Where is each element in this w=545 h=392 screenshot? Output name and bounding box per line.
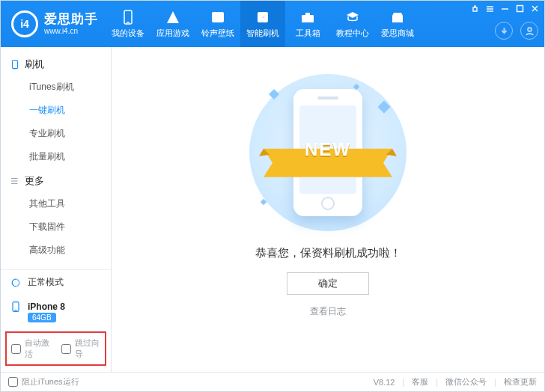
logo: i4 爱思助手 www.i4.cn [1, 1, 106, 47]
separator: | [436, 378, 438, 387]
wechat-link[interactable]: 微信公众号 [445, 376, 487, 388]
tab-label: 教程中心 [336, 28, 369, 39]
auto-activate-label: 自动激活 [25, 337, 51, 360]
sidebar-item-itunes-flash[interactable]: iTunes刷机 [1, 76, 111, 99]
device-storage-badge: 64GB [28, 313, 56, 322]
svg-point-15 [528, 28, 532, 31]
device-icon [10, 301, 22, 313]
maximize-icon[interactable] [514, 4, 525, 13]
tab-label: 我的设备 [112, 28, 144, 39]
tab-ringtones-wallpapers[interactable]: 铃声壁纸 [195, 1, 240, 47]
sidebar-group-flash: 刷机 [1, 52, 111, 76]
skip-guide-label: 跳过向导 [75, 337, 101, 360]
separator: | [494, 378, 496, 387]
close-icon[interactable] [529, 4, 540, 13]
header-actions [495, 22, 538, 40]
toolbox-icon [300, 10, 315, 25]
sidebar-scroll: 刷机 iTunes刷机 一键刷机 专业刷机 批量刷机 更多 其他工具 下载固件 … [1, 47, 111, 269]
view-log-link[interactable]: 查看日志 [310, 305, 346, 318]
tab-label: 应用游戏 [156, 28, 189, 39]
device-name: iPhone 8 [28, 301, 65, 312]
tab-my-device[interactable]: 我的设备 [106, 1, 150, 47]
sidebar-item-batch-flash[interactable]: 批量刷机 [1, 145, 111, 168]
sidebar-item-oneclick-flash[interactable]: 一键刷机 [1, 99, 111, 122]
support-link[interactable]: 客服 [412, 376, 428, 388]
store-icon [390, 10, 405, 25]
footer-right: V8.12 | 客服 | 微信公众号 | 检查更新 [374, 376, 537, 388]
skin-icon[interactable] [469, 4, 480, 13]
success-message: 恭喜您，保资料刷机成功啦！ [255, 246, 401, 260]
tab-toolbox[interactable]: 工具箱 [285, 1, 330, 47]
svg-rect-11 [517, 5, 523, 11]
svg-rect-4 [302, 15, 314, 22]
skip-guide-checkbox[interactable]: 跳过向导 [61, 337, 101, 360]
tab-smart-flash[interactable]: 智能刷机 [240, 1, 285, 47]
svg-rect-6 [392, 16, 403, 22]
main-content: NEW 恭喜您，保资料刷机成功啦！ 确定 查看日志 [112, 47, 544, 372]
menu-icon[interactable] [484, 4, 495, 13]
media-icon [210, 10, 225, 25]
tab-store[interactable]: 爱思商城 [375, 1, 420, 47]
tutorial-icon [345, 10, 360, 25]
hero-illustration: NEW [249, 74, 407, 231]
window-controls [469, 4, 540, 13]
phone-outline-icon [10, 59, 20, 70]
sidebar-item-pro-flash[interactable]: 专业刷机 [1, 122, 111, 145]
device-icon [121, 10, 136, 25]
block-itunes-checkbox[interactable]: 阻止iTunes运行 [8, 376, 79, 388]
app-site: www.i4.cn [44, 27, 98, 36]
ok-button[interactable]: 确定 [287, 272, 369, 295]
app-name: 爱思助手 [44, 12, 98, 27]
options-highlight: 自动激活 跳过向导 [5, 331, 106, 366]
list-icon [10, 176, 20, 186]
status-bar: 阻止iTunes运行 V8.12 | 客服 | 微信公众号 | 检查更新 [1, 372, 544, 391]
tab-apps-games[interactable]: 应用游戏 [150, 1, 195, 47]
sidebar: 刷机 iTunes刷机 一键刷机 专业刷机 批量刷机 更多 其他工具 下载固件 … [1, 47, 112, 372]
tab-tutorials[interactable]: 教程中心 [330, 1, 375, 47]
svg-rect-2 [212, 12, 224, 22]
ribbon-text: NEW [305, 139, 351, 160]
download-button[interactable] [495, 22, 513, 40]
tab-label: 铃声壁纸 [201, 28, 234, 39]
version-label: V8.12 [374, 378, 395, 387]
svg-rect-5 [305, 13, 310, 15]
device-mode-row[interactable]: 正常模式 [1, 270, 111, 295]
logo-mark-icon: i4 [11, 10, 38, 37]
device-row[interactable]: iPhone 8 64GB [1, 295, 111, 328]
mode-icon [10, 277, 22, 289]
separator: | [402, 378, 404, 387]
check-update-link[interactable]: 检查更新 [504, 376, 537, 388]
apps-icon [165, 10, 180, 25]
tab-label: 爱思商城 [381, 28, 414, 39]
tab-label: 工具箱 [296, 28, 320, 39]
sidebar-group-title: 刷机 [25, 58, 44, 71]
minimize-icon[interactable] [499, 4, 510, 13]
app-header: i4 爱思助手 www.i4.cn 我的设备 应用游戏 铃声壁纸 智能刷机 工具… [1, 1, 544, 47]
sidebar-item-advanced[interactable]: 高级功能 [1, 239, 111, 262]
svg-rect-16 [13, 60, 18, 68]
sidebar-item-download-fw[interactable]: 下载固件 [1, 215, 111, 239]
sidebar-bottom: 正常模式 iPhone 8 64GB 自动激活 跳过向导 [1, 269, 111, 372]
sidebar-group-title: 更多 [25, 174, 44, 188]
flash-icon [255, 10, 270, 25]
logo-text: 爱思助手 www.i4.cn [44, 12, 98, 35]
sidebar-item-other-tools[interactable]: 其他工具 [1, 192, 111, 215]
body: 刷机 iTunes刷机 一键刷机 专业刷机 批量刷机 更多 其他工具 下载固件 … [1, 47, 544, 372]
account-button[interactable] [520, 22, 538, 40]
auto-activate-checkbox[interactable]: 自动激活 [11, 337, 51, 360]
device-mode-label: 正常模式 [28, 276, 64, 289]
sidebar-group-more: 更多 [1, 168, 111, 192]
block-itunes-label: 阻止iTunes运行 [22, 376, 79, 388]
tab-label: 智能刷机 [246, 28, 279, 39]
